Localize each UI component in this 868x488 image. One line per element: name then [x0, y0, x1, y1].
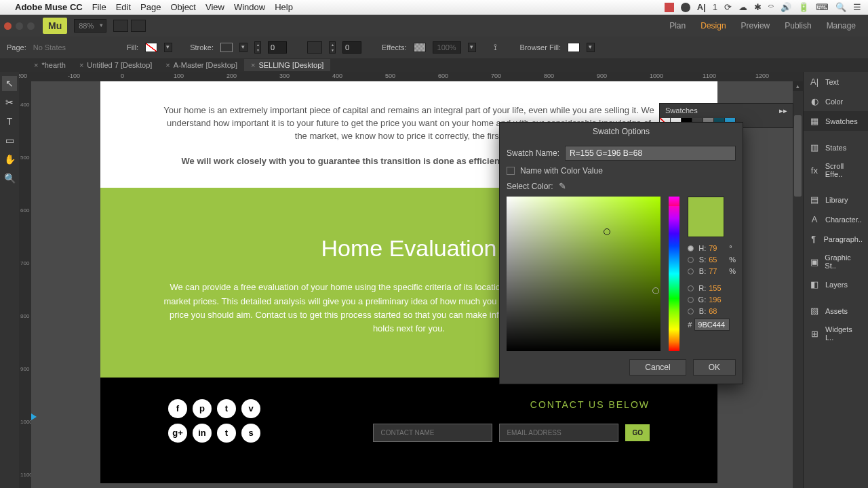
panel-library[interactable]: ▤Library: [804, 190, 868, 209]
menu-file[interactable]: File: [92, 2, 106, 12]
panel-paragraph-[interactable]: ¶Paragraph..: [804, 229, 868, 249]
panel-graphic-st-[interactable]: ▣Graphic St..: [804, 249, 868, 274]
contact-email-input[interactable]: [499, 424, 618, 442]
input-source-icon[interactable]: ⌨: [816, 2, 829, 12]
page-state[interactable]: No States: [33, 43, 66, 52]
panel-states[interactable]: ▥States: [804, 138, 868, 157]
name-with-value-label[interactable]: Name with Color Value: [520, 166, 603, 176]
panel-swatches[interactable]: ▦Swatches: [804, 111, 868, 131]
fill-dropdown[interactable]: [164, 43, 172, 52]
g-radio[interactable]: [688, 297, 694, 303]
hex-input[interactable]: [694, 319, 730, 331]
menu-page[interactable]: Page: [140, 2, 161, 12]
toolbar-icon-2[interactable]: [131, 20, 146, 32]
battery-icon[interactable]: 🔋: [798, 2, 809, 12]
name-with-value-checkbox[interactable]: [507, 167, 515, 175]
swatch-name-input[interactable]: [565, 146, 736, 161]
toolbar-icon-1[interactable]: [113, 20, 128, 32]
corner-icon[interactable]: [307, 41, 322, 54]
s-value[interactable]: 65: [709, 256, 726, 264]
tab-untitled7[interactable]: ×Untitled 7 [Desktop]: [73, 59, 159, 71]
status-red-icon[interactable]: [665, 3, 674, 12]
effects-dropdown[interactable]: [468, 43, 476, 52]
app-name[interactable]: Adobe Muse CC: [15, 2, 83, 12]
sv-cursor-secondary[interactable]: [652, 287, 659, 294]
close-icon[interactable]: ×: [251, 61, 255, 69]
ruler-horizontal[interactable]: -200-10001002003004005006007008009001000…: [19, 72, 803, 81]
r-radio[interactable]: [688, 285, 694, 291]
tab-amaster[interactable]: ×A-Master [Desktop]: [159, 59, 244, 71]
mode-manage[interactable]: Manage: [827, 21, 856, 30]
b-value[interactable]: 77: [709, 267, 726, 275]
panel-scroll-effe-[interactable]: fxScroll Effe..: [804, 157, 868, 183]
panel-text[interactable]: A|Text: [804, 72, 868, 92]
zoom-tool-icon[interactable]: 🔍: [2, 171, 17, 186]
r-value[interactable]: 155: [709, 284, 726, 292]
sv-cursor[interactable]: [604, 228, 610, 235]
close-icon[interactable]: ×: [79, 61, 83, 69]
cancel-button[interactable]: Cancel: [629, 359, 686, 375]
h-radio[interactable]: [688, 245, 694, 251]
go-button[interactable]: GO: [625, 424, 650, 441]
selection-tool-icon[interactable]: ↖: [2, 76, 17, 91]
vertical-scrollbar[interactable]: ▴: [793, 81, 803, 488]
tab-hearth[interactable]: ×*hearth: [27, 59, 73, 71]
skype-icon[interactable]: s: [241, 424, 260, 443]
volume-icon[interactable]: 🔊: [781, 2, 791, 12]
mode-plan[interactable]: Plan: [669, 21, 686, 30]
adobe-a-icon[interactable]: A|: [697, 2, 706, 12]
footer-section[interactable]: f p t v g+ in t s CONTACT US BELOW GO: [100, 378, 717, 483]
tumblr-icon[interactable]: t: [217, 424, 236, 443]
creative-cloud-icon[interactable]: [681, 3, 690, 12]
cloud-icon[interactable]: ☁: [738, 2, 747, 12]
ruler-vertical[interactable]: 40050060070080090010001100: [19, 81, 31, 488]
spotlight-icon[interactable]: 🔍: [835, 2, 846, 12]
scroll-up-icon[interactable]: ▴: [793, 81, 803, 91]
zoom-select[interactable]: 88%: [74, 19, 106, 33]
menu-help[interactable]: Help: [275, 2, 293, 12]
browser-fill-dropdown[interactable]: [587, 43, 595, 52]
saturation-value-field[interactable]: [507, 197, 660, 351]
eyedropper-icon[interactable]: ✎: [559, 181, 566, 191]
effects-swatch[interactable]: [414, 43, 426, 52]
scroll-thumb[interactable]: [794, 115, 802, 197]
stroke-dropdown[interactable]: [239, 43, 248, 52]
vimeo-icon[interactable]: v: [241, 399, 260, 418]
panel-color[interactable]: ◐Color: [804, 92, 868, 111]
guide-marker-icon[interactable]: [31, 413, 37, 420]
panel-character-[interactable]: ACharacter..: [804, 209, 868, 229]
tab-selling[interactable]: ×SELLING [Desktop]: [244, 59, 330, 71]
panel-layers[interactable]: ◧Layers: [804, 274, 868, 294]
linkedin-icon[interactable]: in: [193, 424, 212, 443]
twitter-icon[interactable]: t: [217, 399, 236, 418]
bb-value[interactable]: 68: [709, 307, 726, 315]
stroke-swatch[interactable]: [220, 43, 233, 52]
bluetooth-icon[interactable]: ✱: [754, 2, 762, 12]
close-icon[interactable]: ×: [34, 61, 38, 69]
wifi-icon[interactable]: ⌔: [768, 2, 774, 12]
effects-value[interactable]: 100%: [433, 41, 461, 54]
mode-design[interactable]: Design: [701, 21, 726, 30]
mode-publish[interactable]: Publish: [785, 21, 811, 30]
b-radio[interactable]: [688, 268, 694, 274]
googleplus-icon[interactable]: g+: [168, 424, 187, 443]
hue-slider[interactable]: [669, 197, 679, 351]
text-tool-icon[interactable]: T: [2, 114, 17, 129]
menu-edit[interactable]: Edit: [116, 2, 131, 12]
contact-name-input[interactable]: [373, 424, 492, 442]
stroke-value[interactable]: [268, 41, 287, 54]
rectangle-tool-icon[interactable]: ▭: [2, 133, 17, 148]
s-radio[interactable]: [688, 257, 694, 263]
window-controls[interactable]: [4, 22, 35, 30]
browser-fill-swatch[interactable]: [568, 43, 580, 52]
hand-tool-icon[interactable]: ✋: [2, 152, 17, 167]
menu-window[interactable]: Window: [234, 2, 265, 12]
fill-swatch[interactable]: [145, 43, 157, 52]
panel-widgets-l-[interactable]: ⊞Widgets L..: [804, 321, 868, 346]
pinterest-icon[interactable]: p: [193, 399, 212, 418]
close-icon[interactable]: ×: [165, 61, 170, 69]
facebook-icon[interactable]: f: [168, 399, 187, 418]
g-value[interactable]: 196: [709, 296, 726, 304]
anchor-icon[interactable]: ⟟: [494, 42, 497, 53]
crop-tool-icon[interactable]: ✂: [2, 95, 17, 110]
